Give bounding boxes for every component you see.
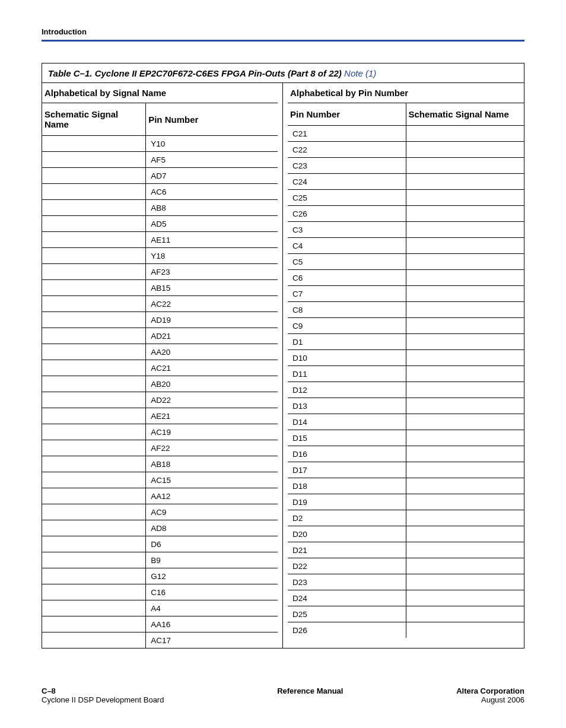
left-group-header: Alphabetical by Signal Name xyxy=(42,83,278,103)
pin-cell: D23 xyxy=(288,574,406,590)
footer-center: Reference Manual xyxy=(277,686,343,695)
pin-cell: AF22 xyxy=(146,440,278,456)
table-row: C24 xyxy=(288,174,524,190)
pin-cell: AD22 xyxy=(146,392,278,408)
signal-cell xyxy=(42,168,146,184)
table-row: AD21 xyxy=(42,328,278,344)
left-subheader-signal: Schematic Signal Name xyxy=(42,103,146,136)
table-row: AF23 xyxy=(42,264,278,280)
pin-cell: C4 xyxy=(288,238,406,254)
table-row: C22 xyxy=(288,142,524,158)
pin-cell: D26 xyxy=(288,622,406,638)
signal-cell xyxy=(406,206,524,222)
table-row: AE21 xyxy=(42,408,278,424)
pin-cell: D24 xyxy=(288,590,406,606)
table-row: D20 xyxy=(288,526,524,542)
pin-cell: C16 xyxy=(146,584,278,600)
pin-cell: C23 xyxy=(288,158,406,174)
signal-cell xyxy=(406,286,524,302)
table-row: AD7 xyxy=(42,168,278,184)
table-row: D12 xyxy=(288,382,524,398)
signal-cell xyxy=(42,312,146,328)
pin-cell: Y18 xyxy=(146,248,278,264)
pin-cell: AD21 xyxy=(146,328,278,344)
table-row: D26 xyxy=(288,622,524,638)
table-left-half: Alphabetical by Signal Name Schematic Si… xyxy=(42,83,283,648)
pin-cell: AC21 xyxy=(146,360,278,376)
table-row: D22 xyxy=(288,558,524,574)
right-group-header: Alphabetical by Pin Number xyxy=(288,83,524,103)
table-row: C26 xyxy=(288,206,524,222)
pin-cell: C21 xyxy=(288,126,406,142)
signal-cell xyxy=(406,350,524,366)
pin-cell: Y10 xyxy=(146,136,278,152)
pin-cell: AC22 xyxy=(146,296,278,312)
signal-cell xyxy=(406,574,524,590)
page-footer: C–8 Cyclone II DSP Development Board Ref… xyxy=(42,671,524,704)
pin-cell: C24 xyxy=(288,174,406,190)
signal-cell xyxy=(42,536,146,552)
signal-cell xyxy=(406,622,524,638)
signal-cell xyxy=(406,510,524,526)
table-row: C5 xyxy=(288,254,524,270)
pin-cell: AF23 xyxy=(146,264,278,280)
footer-board-name: Cyclone II DSP Development Board xyxy=(42,695,164,704)
table-row: AA12 xyxy=(42,488,278,504)
signal-cell xyxy=(406,462,524,478)
table-row: Y18 xyxy=(42,248,278,264)
signal-cell xyxy=(42,248,146,264)
signal-cell xyxy=(42,296,146,312)
signal-cell xyxy=(406,558,524,574)
table-row: AC15 xyxy=(42,472,278,488)
pin-cell: C25 xyxy=(288,190,406,206)
signal-cell xyxy=(42,440,146,456)
page: Introduction Table C–1. Cyclone II EP2C7… xyxy=(0,0,566,728)
table-row: AA16 xyxy=(42,616,278,632)
signal-cell xyxy=(42,264,146,280)
table-row: AE11 xyxy=(42,232,278,248)
table-row: D10 xyxy=(288,350,524,366)
pin-cell: C6 xyxy=(288,270,406,286)
table-row: AD19 xyxy=(42,312,278,328)
pin-cell: AB15 xyxy=(146,280,278,296)
signal-cell xyxy=(42,552,146,568)
pin-cell: C7 xyxy=(288,286,406,302)
table-row: AF22 xyxy=(42,440,278,456)
signal-cell xyxy=(42,408,146,424)
pin-cell: AD7 xyxy=(146,168,278,184)
signal-cell xyxy=(406,126,524,142)
table-caption: Table C–1. Cyclone II EP2C70F672-C6ES FP… xyxy=(48,68,344,78)
pin-cell: AE21 xyxy=(146,408,278,424)
pin-cell: D19 xyxy=(288,494,406,510)
pin-cell: D10 xyxy=(288,350,406,366)
pin-cell: C8 xyxy=(288,302,406,318)
signal-cell xyxy=(406,414,524,430)
signal-cell xyxy=(406,398,524,414)
signal-cell xyxy=(42,568,146,584)
table-row: D6 xyxy=(42,536,278,552)
pin-cell: D25 xyxy=(288,606,406,622)
table-row: D21 xyxy=(288,542,524,558)
table-row: D18 xyxy=(288,478,524,494)
signal-cell xyxy=(42,520,146,536)
table-left: Alphabetical by Signal Name Schematic Si… xyxy=(42,83,278,648)
signal-cell xyxy=(42,584,146,600)
table-row: C9 xyxy=(288,318,524,334)
pin-cell: C3 xyxy=(288,222,406,238)
pin-cell: AF5 xyxy=(146,152,278,168)
signal-cell xyxy=(42,344,146,360)
table-row: D14 xyxy=(288,414,524,430)
pin-cell: C5 xyxy=(288,254,406,270)
pin-cell: AB20 xyxy=(146,376,278,392)
signal-cell xyxy=(406,494,524,510)
footer-left: C–8 Cyclone II DSP Development Board xyxy=(42,686,164,704)
table-row: C8 xyxy=(288,302,524,318)
table-row: D15 xyxy=(288,430,524,446)
table-caption-note: Note (1) xyxy=(344,68,376,78)
left-subheader-pin: Pin Number xyxy=(146,103,278,136)
table-right-half: Alphabetical by Pin Number Pin Number Sc… xyxy=(283,83,524,648)
table-row: AD8 xyxy=(42,520,278,536)
signal-cell xyxy=(42,392,146,408)
table-row: A4 xyxy=(42,600,278,616)
signal-cell xyxy=(406,526,524,542)
